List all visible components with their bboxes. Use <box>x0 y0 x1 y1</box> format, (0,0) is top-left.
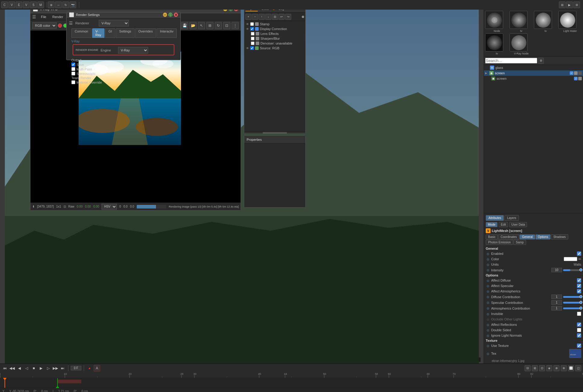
layers-up-btn[interactable]: ↑ <box>259 14 265 20</box>
light-tab-samp[interactable]: Samp <box>513 240 526 245</box>
layer-source-rgb[interactable]: 👁 Source: RGB <box>245 46 305 51</box>
layer-check-dc[interactable] <box>250 27 254 31</box>
affect-diffuse-checkbox[interactable] <box>577 278 581 282</box>
material-menu[interactable]: M <box>37 2 44 8</box>
layer-check-den[interactable] <box>251 42 254 45</box>
prev-frame-btn[interactable]: ◀ <box>16 365 22 371</box>
create-menu[interactable]: C <box>1 2 8 8</box>
tl-tool6[interactable]: ⊗ <box>561 365 567 371</box>
tl-tool1[interactable]: ⊟ <box>525 365 531 371</box>
light-tab-basic[interactable]: Basic <box>486 234 498 239</box>
material-node[interactable]: Node <box>485 11 509 32</box>
search-menu[interactable]: S <box>30 2 37 8</box>
outline-screen-child[interactable]: ▣ screen ✓ · <box>484 76 583 81</box>
use-texture-checkbox[interactable] <box>577 344 581 348</box>
rs-tab-gi[interactable]: GI <box>105 28 115 38</box>
multipass-checkbox[interactable] <box>71 67 75 71</box>
light-tab-options[interactable]: Options <box>535 234 550 239</box>
layer-eye-dc[interactable]: 👁 <box>246 27 249 31</box>
goto-end-btn[interactable]: ⏭ <box>60 365 66 371</box>
goto-start-btn[interactable]: ⏮ <box>2 365 8 371</box>
record-btn[interactable]: ● <box>86 365 92 371</box>
layers-flatten-btn[interactable]: ⊟ <box>272 14 278 20</box>
mode-btn-mode[interactable]: Mode <box>486 222 497 227</box>
zoom-fit-btn[interactable]: ⊞ <box>206 22 214 29</box>
auto-key-btn[interactable]: A <box>94 365 100 372</box>
layer-check-rgb[interactable] <box>250 46 254 50</box>
mode-btn-edit[interactable]: Edit <box>499 222 508 227</box>
current-frame-input[interactable] <box>71 366 81 370</box>
affect-specular-checkbox[interactable] <box>577 284 581 288</box>
move-tool[interactable]: ⊕ <box>48 2 55 8</box>
layer-eye-stamp[interactable]: 👁 <box>246 23 249 26</box>
layers-down-btn[interactable]: ↓ <box>265 14 271 20</box>
scale-tool[interactable]: ↔ <box>55 2 62 8</box>
engine-select[interactable]: V-Ray <box>118 47 148 54</box>
tl-tool5[interactable]: ⊕ <box>553 365 560 371</box>
color-edit-icon[interactable]: ✏ <box>578 257 581 261</box>
invisible-checkbox[interactable] <box>577 312 581 316</box>
layer-stamp[interactable]: 👁 Stamp <box>245 22 305 26</box>
layers-undo-btn[interactable]: ↩ <box>279 14 285 20</box>
camera-tool[interactable]: 📷 <box>70 2 76 8</box>
rs-tab-common[interactable]: Common <box>71 28 92 38</box>
layer-sharpen-blur[interactable]: Sharpen/Blur <box>245 36 305 41</box>
specular-contrib-slider[interactable] <box>563 302 581 304</box>
material-lightmater[interactable]: Light Mater <box>558 11 582 32</box>
diffuse-contrib-slider[interactable] <box>563 296 581 298</box>
timeline-ruler[interactable] <box>0 372 583 378</box>
play-backward-btn[interactable]: ◁ <box>23 365 30 371</box>
layer-eye-rgb[interactable]: 👁 <box>246 47 249 50</box>
material-vraynode[interactable]: V-Ray Node <box>510 33 533 55</box>
vray-menu[interactable]: V <box>8 2 15 8</box>
intensity-slider[interactable] <box>563 269 581 271</box>
tex-thumb[interactable]: ekran <box>569 349 581 358</box>
layers-scroll-thumb[interactable] <box>263 132 287 134</box>
snap-tool[interactable]: ⊞ <box>559 2 566 8</box>
attr-tab-attributes[interactable]: Attributes <box>486 215 504 221</box>
edit-menu[interactable]: E <box>16 2 22 8</box>
material-thumb-node[interactable] <box>485 11 503 29</box>
color-swatch[interactable] <box>564 257 577 261</box>
material-thumb-lightmater[interactable] <box>558 11 576 29</box>
view-menu[interactable]: V <box>23 2 30 8</box>
renderer-select[interactable]: V-Ray <box>99 20 129 26</box>
save-image-btn[interactable]: 💾 <box>181 22 188 29</box>
render-btn[interactable]: ▶ <box>566 2 573 8</box>
vfb-menu-render[interactable]: Render <box>51 14 64 19</box>
material-thumb-tv2[interactable] <box>534 11 552 29</box>
color-dot-red[interactable] <box>58 23 62 28</box>
layer-check-sb[interactable] <box>251 37 254 40</box>
intensity-slider-handle[interactable] <box>579 268 582 271</box>
layer-denoiser[interactable]: Denoiser: unavailable <box>245 41 305 46</box>
layers-scrollbar[interactable] <box>244 132 305 134</box>
layer-lens-effects[interactable]: Lens Effects <box>245 31 305 36</box>
rs-tab-interactiv[interactable]: Interactiv <box>157 28 177 38</box>
light-tab-coords[interactable]: Coordinates <box>498 234 519 239</box>
affect-atmos-checkbox[interactable] <box>577 289 581 293</box>
attr-tab-layers[interactable]: Layers <box>504 215 519 221</box>
timeline-tracks[interactable] <box>0 378 583 388</box>
vfb-menu-icon[interactable]: ☰ <box>32 14 36 19</box>
material-tv3[interactable]: tv <box>485 33 509 55</box>
intensity-input[interactable] <box>551 268 562 272</box>
next-key-btn[interactable]: ▶▶ <box>52 365 58 371</box>
dc-slider-handle[interactable] <box>579 295 582 298</box>
ignore-normals-checkbox[interactable] <box>577 333 581 338</box>
light-tab-photon[interactable]: Photon Emission <box>486 240 513 245</box>
ac-slider-handle[interactable] <box>579 307 582 310</box>
rs-close[interactable]: ✕ <box>174 13 178 17</box>
tl-tool7[interactable]: ⬜ <box>568 365 574 371</box>
rs-maximize[interactable]: □ <box>168 13 173 17</box>
settings-btn[interactable]: ⚙ <box>573 2 580 8</box>
stereo-checkbox[interactable] <box>71 72 75 76</box>
rs-tab-vray[interactable]: V-Ray <box>92 28 105 38</box>
refresh-btn[interactable]: ↻ <box>215 22 222 29</box>
save-checkbox[interactable] <box>71 63 75 66</box>
atmos-contrib-input[interactable] <box>551 306 562 310</box>
tl-tool4[interactable]: ◈ <box>546 365 552 371</box>
load-image-btn[interactable]: 📂 <box>189 22 197 29</box>
rs-tab-settings[interactable]: Settings <box>116 28 135 38</box>
rs-minimize[interactable]: ─ <box>163 13 167 17</box>
diffuse-contrib-input[interactable] <box>551 295 562 299</box>
